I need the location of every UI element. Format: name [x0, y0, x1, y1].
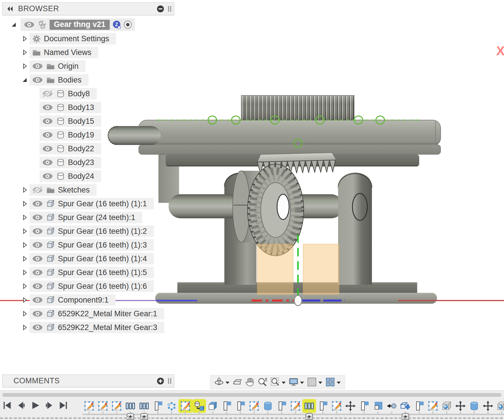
timeline-feature-new-component[interactable] — [235, 401, 246, 411]
collapse-arrow-icon[interactable] — [21, 269, 28, 276]
chevron-down-icon[interactable] — [337, 382, 341, 384]
tree-item[interactable]: Spur Gear (16 teeth) (1):4 — [21, 253, 154, 264]
visibility-icon[interactable] — [42, 131, 53, 139]
tree-item[interactable]: Document Settings — [21, 33, 116, 44]
play-button[interactable] — [30, 401, 40, 411]
timeline-feature-insert[interactable] — [400, 401, 411, 411]
tree-item[interactable]: Sketches — [21, 184, 97, 196]
collapse-arrow-icon[interactable] — [21, 310, 28, 317]
timeline-feature-new-component[interactable] — [414, 401, 425, 411]
panel-grip-icon[interactable] — [168, 5, 172, 12]
timeline-feature-rect-pattern[interactable] — [125, 401, 136, 411]
timeline-feature-sketch[interactable] — [84, 401, 95, 411]
collapse-arrow-icon[interactable] — [21, 35, 28, 42]
tree-item[interactable]: Named Views — [21, 47, 98, 58]
timeline-feature-sketch[interactable] — [111, 401, 122, 411]
visibility-icon[interactable] — [32, 62, 43, 70]
tree-item[interactable]: Origin — [21, 60, 85, 72]
visibility-icon[interactable] — [32, 214, 43, 221]
zoom-window-button[interactable] — [269, 376, 287, 388]
tree-item[interactable]: Spur Gear (16 teeth) (1):5 — [21, 267, 154, 278]
tree-item[interactable]: Body19 — [40, 129, 101, 141]
chevron-down-icon[interactable] — [225, 382, 230, 384]
timeline-group-expand-button[interactable]: + — [140, 413, 148, 420]
timeline-feature-new-component[interactable] — [317, 401, 328, 411]
tree-item[interactable]: Bodies — [21, 74, 89, 86]
timeline-feature-sketch[interactable] — [180, 401, 191, 411]
visibility-off-icon[interactable] — [32, 186, 43, 194]
timeline-feature-sketch[interactable] — [97, 401, 108, 411]
timeline-feature-move[interactable] — [483, 401, 493, 411]
visibility-icon[interactable] — [42, 172, 53, 180]
pan-button[interactable] — [244, 376, 256, 388]
timeline-feature-cylinder[interactable] — [469, 401, 480, 411]
tree-item[interactable]: Spur Gear (16 teeth) (1):6 — [21, 280, 154, 292]
visibility-icon[interactable] — [32, 255, 43, 262]
collapse-arrow-icon[interactable] — [21, 324, 28, 331]
chevron-down-icon[interactable] — [318, 382, 322, 384]
chevron-down-icon[interactable] — [300, 382, 304, 384]
chevron-down-icon[interactable] — [282, 382, 286, 384]
top-spur-gear[interactable] — [241, 95, 354, 120]
timeline-feature-sketch[interactable] — [290, 401, 301, 411]
collapse-arrow-icon[interactable] — [21, 63, 28, 70]
tree-item[interactable]: Body24 — [40, 170, 101, 182]
timeline-feature-new-component[interactable] — [221, 401, 232, 411]
timeline-feature-sketch[interactable] — [427, 401, 438, 411]
visibility-icon[interactable] — [32, 76, 43, 84]
collapse-arrow-icon[interactable] — [21, 228, 28, 235]
collapse-arrow-icon[interactable] — [21, 255, 28, 262]
timeline-feature-extrude[interactable] — [207, 401, 218, 411]
viewports-button[interactable] — [324, 376, 342, 388]
visibility-icon[interactable] — [42, 159, 53, 166]
step-back-button[interactable] — [16, 401, 26, 411]
timeline-group-expand-button[interactable]: + — [305, 413, 313, 420]
timeline-feature-hole[interactable] — [441, 401, 452, 411]
visibility-icon[interactable] — [32, 310, 43, 317]
visibility-icon[interactable] — [42, 104, 53, 111]
visibility-icon[interactable] — [32, 324, 43, 331]
panel-grip-icon[interactable] — [168, 378, 172, 384]
timeline-group-expand-button[interactable]: + — [127, 413, 134, 420]
lower-miter-gear[interactable] — [233, 164, 304, 256]
timeline-feature-sketch[interactable] — [249, 401, 260, 411]
collapse-arrow-icon[interactable] — [21, 187, 28, 193]
tree-root-item[interactable]: Gear thng v21 Z — [10, 18, 135, 31]
collapse-arrow-icon[interactable] — [21, 49, 28, 56]
tree-item[interactable]: Component9:1 — [21, 294, 115, 306]
support-column-right[interactable] — [338, 172, 372, 285]
collapse-panel-icon[interactable] — [7, 5, 14, 13]
document-title[interactable]: Gear thng v21 — [50, 20, 110, 30]
visibility-icon[interactable] — [42, 117, 53, 125]
tree-item[interactable]: Spur Gear (16 teeth) (1):3 — [21, 239, 154, 251]
expand-arrow-icon[interactable] — [10, 21, 17, 28]
tree-item[interactable]: Spur Gear (16 teeth) (1):2 — [21, 225, 154, 237]
left-pin[interactable] — [107, 126, 161, 145]
activate-radio-icon[interactable] — [123, 20, 132, 29]
tree-item[interactable]: Body23 — [40, 157, 101, 168]
grid-and-snaps-button[interactable] — [306, 376, 323, 388]
visibility-icon[interactable] — [32, 200, 43, 207]
tree-item[interactable]: Body8 — [40, 88, 97, 99]
look-at-button[interactable] — [232, 376, 243, 388]
zoom-button[interactable] — [257, 376, 268, 388]
expand-arrow-icon[interactable] — [21, 76, 28, 83]
timeline-feature-new-component[interactable] — [152, 401, 163, 411]
timeline-feature-circular-pattern[interactable] — [166, 401, 177, 411]
timeline-group-expand-button[interactable]: + — [402, 413, 409, 420]
collapse-arrow-icon[interactable] — [21, 297, 28, 303]
tree-item[interactable]: Spur Gear (16 teeth) (1):1 — [21, 198, 154, 209]
collapse-arrow-icon[interactable] — [21, 242, 28, 248]
tree-item[interactable]: Body15 — [40, 115, 101, 127]
tree-item[interactable]: Body13 — [40, 102, 101, 113]
visibility-icon[interactable] — [32, 296, 43, 304]
tree-item[interactable]: 6529K22_Metal Miter Gear:3 — [21, 322, 164, 333]
timeline-feature-new-component[interactable] — [276, 401, 287, 411]
orbit-button[interactable] — [213, 376, 231, 388]
timeline-scrollbar[interactable] — [2, 393, 501, 397]
timeline-feature-rect-pattern[interactable] — [304, 401, 315, 411]
timeline-feature-move[interactable] — [455, 401, 466, 411]
visibility-icon[interactable] — [32, 269, 43, 276]
timeline-feature-rect-pattern[interactable] — [139, 401, 150, 411]
timeline-feature-cylinder[interactable] — [262, 401, 273, 411]
